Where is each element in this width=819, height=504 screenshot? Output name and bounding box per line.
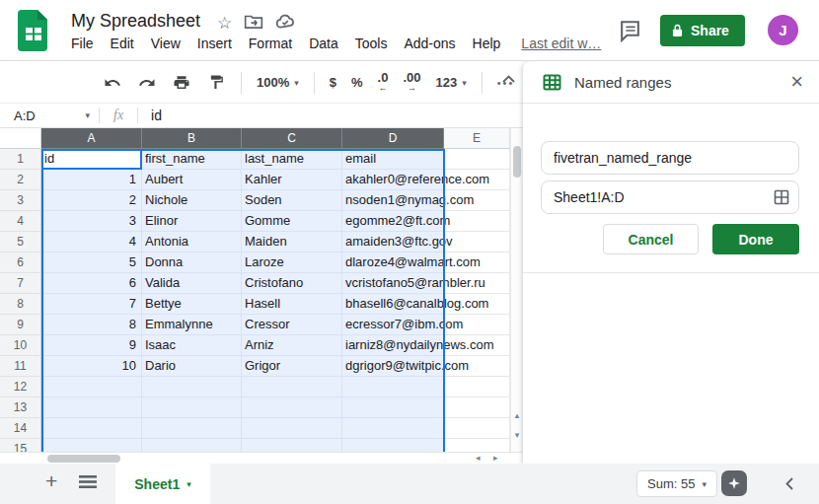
cell-A6[interactable]: 5	[41, 252, 142, 273]
cell-B5[interactable]: Antonia	[142, 232, 242, 252]
menu-file[interactable]: File	[71, 36, 94, 51]
cell-A11[interactable]: 10	[41, 356, 142, 377]
cell-D3[interactable]: nsoden1@nymag.com	[342, 190, 444, 211]
cell-E4[interactable]	[444, 211, 510, 232]
select-all-corner[interactable]	[0, 128, 41, 149]
cell-B4[interactable]: Elinor	[142, 211, 242, 232]
scroll-right-icon[interactable]: ▸	[493, 453, 498, 464]
done-button[interactable]: Done	[712, 224, 799, 254]
column-header-C[interactable]: C	[242, 128, 342, 149]
menu-insert[interactable]: Insert	[197, 36, 232, 51]
row-header-12[interactable]: 12	[0, 377, 41, 397]
move-folder-icon[interactable]	[244, 13, 263, 34]
cell-E5[interactable]	[444, 232, 510, 252]
cell-D5[interactable]: amaiden3@ftc.gov	[342, 232, 444, 252]
print-icon[interactable]	[172, 73, 191, 93]
column-header-A[interactable]: A	[41, 128, 142, 149]
cell-D7[interactable]: vcristofano5@rambler.ru	[342, 273, 444, 294]
cell-C8[interactable]: Hasell	[242, 294, 342, 315]
row-header-8[interactable]: 8	[0, 294, 41, 315]
cell-D15[interactable]	[342, 439, 444, 452]
row-header-13[interactable]: 13	[0, 397, 41, 418]
collapse-panel-icon[interactable]	[785, 476, 793, 494]
row-header-11[interactable]: 11	[0, 356, 41, 377]
cell-A7[interactable]: 6	[41, 273, 142, 294]
cell-A10[interactable]: 9	[41, 335, 142, 356]
cell-E13[interactable]	[444, 397, 510, 418]
cloud-saved-icon[interactable]	[275, 14, 296, 34]
menu-data[interactable]: Data	[309, 36, 338, 51]
row-header-5[interactable]: 5	[0, 232, 41, 252]
cell-B2[interactable]: Aubert	[142, 170, 242, 190]
cell-A13[interactable]	[41, 397, 142, 418]
cell-B14[interactable]	[142, 418, 242, 439]
column-header-E[interactable]: E	[444, 128, 510, 149]
cell-D9[interactable]: ecressor7@ibm.com	[342, 315, 444, 335]
increase-decimal-button[interactable]: .00→	[403, 73, 420, 93]
last-edit-link[interactable]: Last edit w…	[521, 36, 601, 51]
cell-B6[interactable]: Donna	[142, 252, 242, 273]
sheets-logo-icon[interactable]	[18, 10, 49, 51]
comments-icon[interactable]	[618, 18, 642, 46]
redo-icon[interactable]	[137, 73, 157, 93]
scroll-left-icon[interactable]: ◂	[476, 453, 481, 464]
cell-A14[interactable]	[41, 418, 142, 439]
close-icon[interactable]: ×	[790, 67, 803, 97]
cell-E12[interactable]	[444, 377, 510, 397]
row-header-1[interactable]: 1	[0, 149, 41, 170]
explore-button[interactable]	[721, 470, 747, 496]
column-header-B[interactable]: B	[142, 128, 242, 149]
row-header-2[interactable]: 2	[0, 170, 41, 190]
select-data-range-icon[interactable]	[774, 189, 789, 209]
cell-C9[interactable]: Cressor	[242, 315, 342, 335]
cell-A15[interactable]	[41, 439, 142, 452]
cell-C4[interactable]: Gomme	[242, 211, 342, 232]
decrease-decimal-button[interactable]: .0←	[378, 73, 389, 93]
more-formats-button[interactable]: 123▾	[436, 75, 467, 90]
cell-E1[interactable]	[444, 149, 510, 170]
cell-A4[interactable]: 3	[41, 211, 142, 232]
share-button[interactable]: Share	[660, 15, 745, 46]
format-percent-button[interactable]: %	[351, 75, 363, 90]
scroll-up-icon[interactable]: ▴	[511, 410, 523, 420]
document-title[interactable]: My Spreadsheet	[71, 11, 200, 32]
vertical-scrollbar[interactable]: ▴ ▾	[510, 128, 523, 452]
cell-C1[interactable]: last_name	[242, 149, 342, 170]
row-header-4[interactable]: 4	[0, 211, 41, 232]
cell-C11[interactable]: Grigor	[242, 356, 342, 377]
cell-B3[interactable]: Nichole	[142, 190, 242, 211]
add-sheet-icon[interactable]: +	[45, 469, 57, 493]
cell-A9[interactable]: 8	[41, 315, 142, 335]
cell-E14[interactable]	[444, 418, 510, 439]
horizontal-scrollbar[interactable]: ◂ ▸	[0, 452, 523, 464]
cell-C5[interactable]: Maiden	[242, 232, 342, 252]
cell-D12[interactable]	[342, 377, 444, 397]
cell-D8[interactable]: bhasell6@canalblog.com	[342, 294, 444, 315]
row-header-14[interactable]: 14	[0, 418, 41, 439]
cell-A3[interactable]: 2	[41, 190, 142, 211]
cell-B8[interactable]: Bettye	[142, 294, 242, 315]
scroll-down-icon[interactable]: ▾	[511, 430, 523, 440]
menu-format[interactable]: Format	[249, 36, 292, 51]
range-name-input[interactable]	[541, 141, 799, 175]
cell-C3[interactable]: Soden	[242, 190, 342, 211]
cell-D1[interactable]: email	[342, 149, 444, 170]
menu-view[interactable]: View	[151, 36, 181, 51]
row-header-9[interactable]: 9	[0, 315, 41, 335]
row-header-6[interactable]: 6	[0, 252, 41, 273]
undo-icon[interactable]	[103, 73, 122, 93]
cell-D10[interactable]: iarniz8@nydailynews.com	[342, 335, 444, 356]
cell-E15[interactable]	[444, 439, 510, 452]
menu-edit[interactable]: Edit	[111, 36, 134, 51]
cell-C12[interactable]	[242, 377, 342, 397]
cell-C10[interactable]: Arniz	[242, 335, 342, 356]
name-box[interactable]: A:D▾	[0, 104, 99, 127]
paint-format-icon[interactable]	[206, 73, 226, 93]
cell-B12[interactable]	[142, 377, 242, 397]
cell-C14[interactable]	[242, 418, 342, 439]
menu-add-ons[interactable]: Add-ons	[404, 36, 455, 51]
sum-indicator[interactable]: Sum: 55 ▾	[636, 470, 717, 497]
cell-D4[interactable]: egomme2@ft.com	[342, 211, 444, 232]
cell-A8[interactable]: 7	[41, 294, 142, 315]
horizontal-scrollbar-thumb[interactable]	[47, 455, 120, 463]
